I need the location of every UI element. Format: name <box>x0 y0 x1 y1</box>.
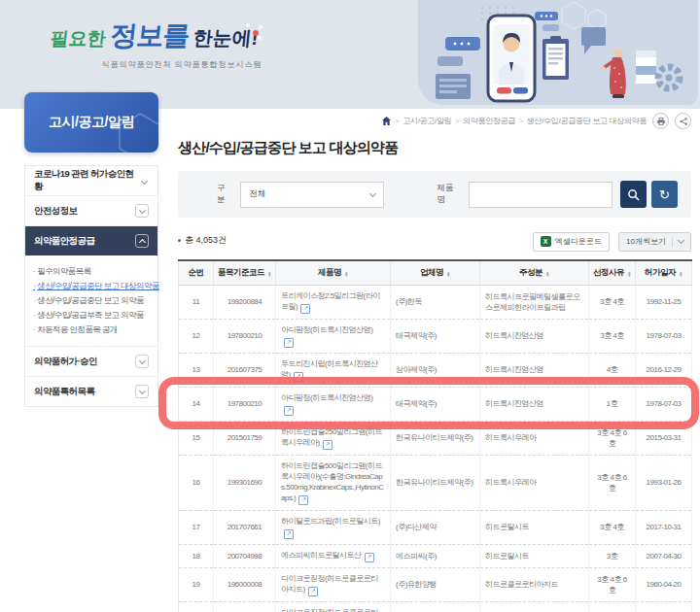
sidebar-item-covid19[interactable]: 코로나19 관련 허가승인현황 <box>25 166 158 196</box>
sort-icon[interactable]: ▲▼ <box>627 271 631 278</box>
chevron-down-icon <box>369 189 376 196</box>
sort-icon[interactable]: ▲▼ <box>344 271 348 278</box>
breadcrumb-item[interactable]: 의약품안정공급 <box>463 116 515 126</box>
cell-ingredient: 히드로탈시트 <box>480 544 589 567</box>
category-select[interactable]: 전체 <box>240 182 384 208</box>
table-header-row: 순번품목기준코드▲▼제품명▲▼업체명▲▼주성분▲▼선정사유▲▼허가일자▲▼ <box>179 260 692 286</box>
cell-code: 201607375 <box>214 353 276 387</box>
column-header-code[interactable]: 품목기준코드▲▼ <box>214 260 276 286</box>
page-title: 생산/수입/공급중단 보고 대상의약품 <box>178 139 691 157</box>
cell-code: 196000008 <box>214 601 276 612</box>
column-header-reason[interactable]: 선정사유▲▼ <box>589 260 636 286</box>
chevron-down-icon <box>141 177 148 184</box>
drug-table: 순번품목기준코드▲▼제품명▲▼업체명▲▼주성분▲▼선정사유▲▼허가일자▲▼ 11… <box>178 259 692 612</box>
breadcrumb-separator: > <box>519 118 523 124</box>
bullet-icon: · <box>33 295 35 305</box>
external-link-icon[interactable]: ↗ <box>308 587 318 596</box>
sort-icon[interactable]: ▲▼ <box>446 271 450 278</box>
sidebar-submenu-item[interactable]: ·생산/수입/공급중단 보고 대상의약품 <box>33 280 150 291</box>
cell-date: 2015-03-31 <box>636 421 692 455</box>
breadcrumb: > 고시/공고/알림 > 의약품안정공급 > 생산/수입/공급중단 보고 대상의… <box>178 113 691 129</box>
breadcrumb-separator: > <box>455 118 459 124</box>
sort-icon[interactable]: ▲▼ <box>267 271 271 278</box>
cell-product: 아디팜정(히드록시진염산염)↗ <box>276 387 391 421</box>
sidebar-item-approval[interactable]: 의약품허가·승인 <box>25 347 158 377</box>
cell-ingredient: 히드로클로로티아지드 <box>480 567 589 601</box>
cell-product: 두드리진시럽(히드록시진염산염)↗ <box>276 353 391 387</box>
submenu-item-label: 생산/수입/공급중단 보고 대상의약품 <box>37 281 159 290</box>
column-label: 주성분 <box>519 267 542 277</box>
refresh-button[interactable]: ↻ <box>651 181 678 208</box>
sidebar-submenu-item[interactable]: ·생산/수입/공급부족 보고 의약품 <box>33 309 150 321</box>
magnifier-icon <box>627 188 640 201</box>
breadcrumb-item[interactable]: 고시/공고/알림 <box>402 116 451 126</box>
sidebar-item-label: 의약품안정공급 <box>34 235 94 248</box>
table-body: 11199200884트리케이스정2.5밀리그람(라이프릴)↗(주)한독히드록시… <box>179 285 692 612</box>
refresh-icon: ↻ <box>659 187 670 202</box>
excel-download-label: 엑셀다운로드 <box>555 236 602 247</box>
cell-no: 18 <box>179 544 214 567</box>
table-row: 12197800210아디팜정(히드록시진염산염)↗태극제약(주)히드록시진염산… <box>179 319 692 353</box>
logo-slogan: 필요한 정보를 한눈에! <box>49 17 315 54</box>
cell-company: 태극제약(주) <box>391 319 480 353</box>
print-icon[interactable] <box>652 113 669 129</box>
cell-company: (주)다산제약 <box>391 510 480 544</box>
cell-company: 한국유나이티드제약(주) <box>391 455 480 510</box>
cell-no: 14 <box>179 387 214 421</box>
cell-code: 201707661 <box>214 510 276 544</box>
cell-code: 199301690 <box>214 455 276 510</box>
sidebar-item-label: 의약품특허목록 <box>34 386 94 398</box>
cell-date: 1993-01-26 <box>636 455 692 510</box>
column-header-date[interactable]: 허가일자▲▼ <box>636 260 692 286</box>
product-name-input[interactable] <box>469 182 612 208</box>
table-row: 17201707661하이탈로드과립(히드로탈시트)↗(주)다산제약히드로탈시트… <box>179 510 692 544</box>
cell-code: 196000008 <box>214 567 276 601</box>
home-icon[interactable] <box>382 117 391 125</box>
page-size-label: 10개씩보기 <box>626 236 666 247</box>
external-link-icon[interactable]: ↗ <box>284 529 294 539</box>
cell-ingredient: 히드록시진염산염 <box>480 387 589 421</box>
sidebar-item-patent[interactable]: 의약품특허목록 <box>25 377 158 406</box>
search-panel: 구분 전체 제품명 ↻ <box>178 171 691 218</box>
external-link-icon[interactable]: ↗ <box>284 338 294 348</box>
column-label: 허가일자 <box>645 267 676 277</box>
sidebar-item-supply[interactable]: 의약품안정공급 <box>25 226 158 255</box>
sidebar-submenu-item[interactable]: ·생산/수입/공급중단 보고 의약품 <box>33 294 150 306</box>
external-link-icon[interactable]: ↗ <box>294 372 303 382</box>
site-logo[interactable]: 필요한 정보를 한눈에! 식품의약품안전처 의약품통합정보시스템 <box>51 17 313 70</box>
search-button[interactable] <box>620 181 647 208</box>
sort-icon[interactable]: ▲▼ <box>545 271 549 278</box>
cell-reason: 3호 4호 <box>589 285 636 319</box>
cell-ingredient: 히드로클로로티아지드 <box>480 601 589 612</box>
cell-ingredient: 히드록시우레아 <box>480 421 589 455</box>
column-label: 순번 <box>189 267 204 277</box>
external-link-icon[interactable]: ↗ <box>300 304 310 314</box>
results-bar: 총 4,053건 X 엑셀다운로드 10개씩보기 <box>178 230 691 252</box>
column-header-ingredient[interactable]: 주성분▲▼ <box>480 260 589 286</box>
sort-icon[interactable]: ▲▼ <box>679 271 682 278</box>
molecule-icon <box>246 23 263 41</box>
external-link-icon[interactable]: ↗ <box>323 440 332 450</box>
table-row: 14197800210아디팜정(히드록시진염산염)↗태극제약(주)히드록시진염산… <box>179 387 692 421</box>
sidebar-submenu-item[interactable]: ·차등적용 인정품목 공개 <box>33 323 150 335</box>
external-link-icon[interactable]: ↗ <box>284 406 294 416</box>
cell-reason: 3호 4호 6호 <box>589 421 636 455</box>
chevron-down-icon <box>678 237 684 244</box>
cell-date: 1960-04-20 <box>636 567 692 601</box>
column-label: 업체명 <box>420 267 443 277</box>
excel-download-button[interactable]: X 엑셀다운로드 <box>533 232 610 252</box>
sidebar-item-label: 의약품허가·승인 <box>34 356 97 368</box>
submenu-item-label: 필수의약품목록 <box>37 266 90 276</box>
column-header-company[interactable]: 업체명▲▼ <box>391 260 480 286</box>
external-link-icon[interactable]: ↗ <box>365 553 374 562</box>
sidebar-submenu-item[interactable]: ·필수의약품목록 <box>33 265 150 277</box>
sidebar-item-safety[interactable]: 안전성정보 <box>25 196 158 226</box>
breadcrumb-item[interactable]: 생산/수입/공급중단 보고 대상의약품 <box>527 116 647 126</box>
table-row: 19196000008다이크로짇정(히드로클로로티아지드)↗(주)유한양행히드로… <box>179 567 692 601</box>
share-icon[interactable] <box>675 113 691 129</box>
external-link-icon[interactable]: ↗ <box>298 495 308 505</box>
column-header-product[interactable]: 제품명▲▼ <box>276 260 391 286</box>
page-size-button[interactable]: 10개씩보기 <box>618 232 691 252</box>
cell-product: 다이크로짇정(히드로클로로티아지드)↗ <box>276 601 391 612</box>
submenu-item-label: 생산/수입/공급중단 보고 의약품 <box>37 295 144 305</box>
